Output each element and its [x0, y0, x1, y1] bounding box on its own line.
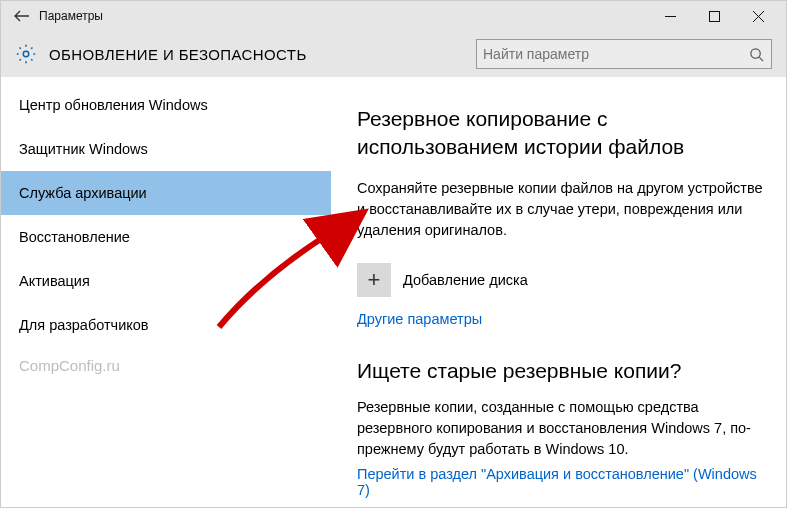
window-title: Параметры: [39, 9, 103, 23]
sidebar-item-label: Центр обновления Windows: [19, 97, 208, 113]
content-pane: Резервное копирование с использованием и…: [331, 77, 786, 507]
sidebar: Центр обновления Windows Защитник Window…: [1, 77, 331, 507]
sidebar-item-label: Для разработчиков: [19, 317, 149, 333]
search-icon: [747, 45, 765, 63]
sidebar-item-defender[interactable]: Защитник Windows: [1, 127, 331, 171]
gear-icon: [15, 43, 37, 65]
sidebar-item-label: Восстановление: [19, 229, 130, 245]
add-drive-label: Добавление диска: [403, 272, 528, 288]
sidebar-item-label: Служба архивации: [19, 185, 147, 201]
search-input[interactable]: [483, 46, 747, 62]
section-heading-old-backups: Ищете старые резервные копии?: [357, 359, 764, 383]
backup-description: Сохраняйте резервные копии файлов на дру…: [357, 178, 764, 241]
link-more-options[interactable]: Другие параметры: [357, 311, 482, 327]
svg-point-2: [750, 48, 759, 57]
minimize-button[interactable]: [648, 1, 692, 31]
watermark: CompConfig.ru: [1, 347, 331, 384]
link-backup-restore-win7[interactable]: Перейти в раздел "Архивация и восстановл…: [357, 466, 764, 498]
sidebar-item-label: Активация: [19, 273, 90, 289]
sidebar-item-activation[interactable]: Активация: [1, 259, 331, 303]
close-button[interactable]: [736, 1, 780, 31]
svg-rect-0: [709, 11, 719, 21]
add-drive-button[interactable]: +: [357, 263, 391, 297]
back-button[interactable]: [7, 1, 37, 31]
titlebar: Параметры: [1, 1, 786, 31]
sidebar-item-developers[interactable]: Для разработчиков: [1, 303, 331, 347]
header: ОБНОВЛЕНИЕ И БЕЗОПАСНОСТЬ: [1, 31, 786, 77]
sidebar-item-recovery[interactable]: Восстановление: [1, 215, 331, 259]
page-title: ОБНОВЛЕНИЕ И БЕЗОПАСНОСТЬ: [49, 46, 307, 63]
sidebar-item-windows-update[interactable]: Центр обновления Windows: [1, 83, 331, 127]
plus-icon: +: [368, 267, 381, 293]
sidebar-item-backup[interactable]: Служба архивации: [1, 171, 331, 215]
search-box[interactable]: [476, 39, 772, 69]
sidebar-item-label: Защитник Windows: [19, 141, 148, 157]
maximize-button[interactable]: [692, 1, 736, 31]
add-drive-row: + Добавление диска: [357, 263, 764, 297]
svg-point-1: [23, 51, 29, 57]
section-heading-backup: Резервное копирование с использованием и…: [357, 105, 764, 162]
old-backups-description: Резервные копии, созданные с помощью сре…: [357, 397, 764, 460]
